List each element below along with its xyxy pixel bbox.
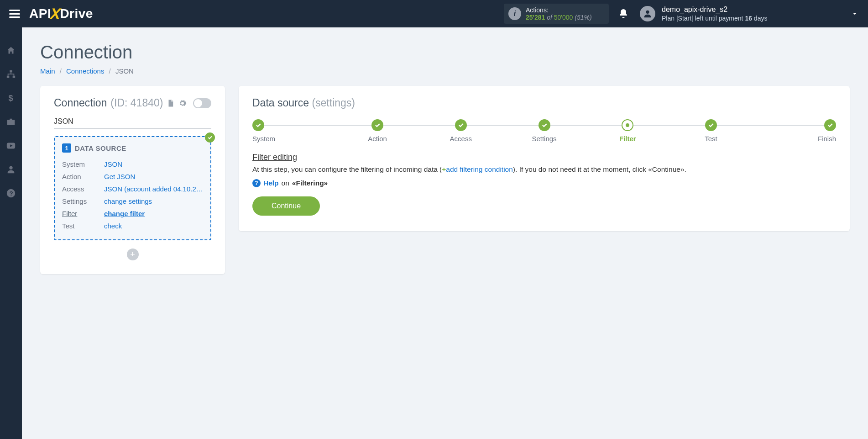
row-test: Testcheck: [62, 220, 203, 232]
billing-icon[interactable]: $: [6, 93, 16, 103]
briefcase-icon[interactable]: [6, 117, 16, 127]
connection-card: Connection (ID: 41840) 1 DATA SOURCE Sys…: [40, 86, 225, 274]
step-test[interactable]: Test: [669, 119, 753, 143]
settings-title: Data source (settings): [252, 97, 836, 109]
svg-rect-2: [7, 76, 10, 78]
help-link[interactable]: Help: [263, 179, 279, 187]
crumb-main[interactable]: Main: [40, 67, 55, 75]
help-icon[interactable]: ?: [6, 188, 16, 198]
svg-text:?: ?: [10, 190, 13, 197]
stepper: System Action Access Settings Filter Tes…: [252, 119, 836, 143]
document-icon[interactable]: [167, 99, 175, 107]
row-filter: Filterchange filter: [62, 207, 203, 220]
connection-id: (ID: 41840): [110, 97, 163, 109]
actions-counter[interactable]: i Actions: 25'281 of 50'000 (51%): [504, 4, 609, 24]
notifications-icon[interactable]: [618, 8, 629, 19]
svg-rect-3: [13, 76, 15, 78]
row-access: AccessJSON (account added 04.10.2…: [62, 183, 203, 195]
question-icon: ?: [252, 179, 261, 187]
step-system[interactable]: System: [252, 119, 336, 143]
user-name: demo_apix-drive_s2: [662, 5, 767, 15]
actions-values: 25'281 of 50'000 (51%): [526, 14, 601, 21]
sitemap-icon[interactable]: [6, 69, 16, 79]
youtube-icon[interactable]: [6, 141, 16, 151]
step-finish[interactable]: Finish: [753, 119, 836, 143]
chevron-down-icon: [851, 10, 859, 18]
row-settings: Settingschange settings: [62, 195, 203, 207]
continue-button[interactable]: Continue: [252, 196, 320, 216]
user-plan: Plan |Start| left until payment 16 days: [662, 14, 767, 22]
row-system: SystemJSON: [62, 158, 203, 170]
step-settings[interactable]: Settings: [502, 119, 586, 143]
side-rail: $ ?: [0, 27, 22, 439]
check-icon: [205, 132, 215, 143]
settings-card: Data source (settings) System Action Acc…: [239, 86, 850, 231]
page-title: Connection: [40, 42, 850, 63]
filter-heading: Filter editing: [252, 153, 836, 162]
svg-text:$: $: [9, 93, 13, 103]
step-filter[interactable]: Filter: [586, 119, 669, 143]
step-action[interactable]: Action: [336, 119, 419, 143]
profile-icon[interactable]: [6, 164, 16, 175]
avatar-icon: [640, 6, 655, 21]
step-access[interactable]: Access: [419, 119, 502, 143]
crumb-current: JSON: [115, 67, 134, 75]
svg-point-6: [9, 166, 12, 169]
info-icon: i: [508, 7, 521, 20]
row-action: ActionGet JSON: [62, 170, 203, 183]
svg-point-0: [646, 11, 649, 14]
enable-toggle[interactable]: [193, 98, 211, 108]
help-line: ? Help on «Filtering»: [252, 179, 836, 187]
add-destination-button[interactable]: +: [127, 249, 139, 260]
filter-description: At this step, you can configure the filt…: [252, 164, 836, 175]
menu-toggle[interactable]: [9, 10, 20, 18]
actions-label: Actions:: [526, 6, 601, 14]
user-menu[interactable]: demo_apix-drive_s2 Plan |Start| left unt…: [640, 5, 859, 23]
top-bar: APIXDrive i Actions: 25'281 of 50'000 (5…: [0, 0, 868, 27]
connection-name-input[interactable]: [54, 116, 211, 129]
box-title: DATA SOURCE: [75, 144, 126, 152]
breadcrumb: Main / Connections / JSON: [40, 67, 850, 75]
box-number: 1: [62, 143, 71, 153]
home-icon[interactable]: [6, 46, 16, 56]
connection-title: Connection: [54, 97, 107, 109]
data-source-box: 1 DATA SOURCE SystemJSON ActionGet JSON …: [54, 136, 211, 240]
gear-icon[interactable]: [178, 99, 187, 107]
main-content: Connection Main / Connections / JSON Con…: [22, 27, 868, 439]
add-filter-link[interactable]: add filtering condition: [446, 165, 513, 173]
crumb-connections[interactable]: Connections: [66, 67, 104, 75]
logo[interactable]: APIXDrive: [29, 5, 93, 23]
svg-rect-1: [10, 70, 12, 73]
